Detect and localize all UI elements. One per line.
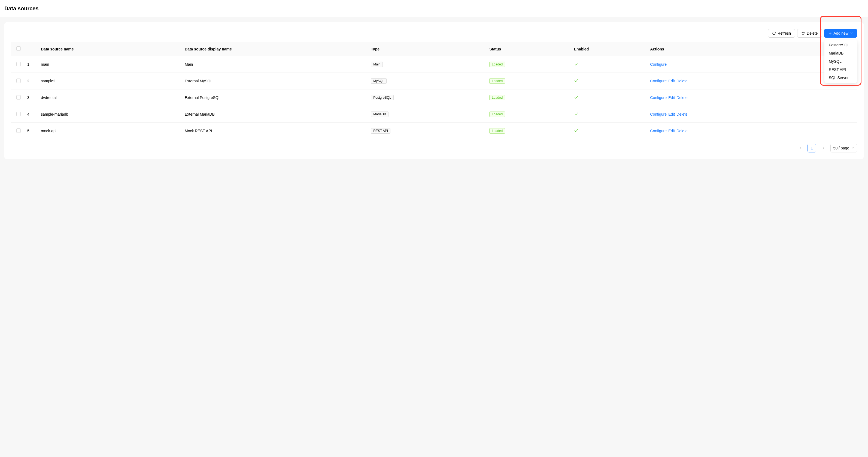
row-display-name: Main: [181, 56, 368, 73]
col-header-enabled: Enabled: [571, 42, 647, 56]
row-name: sample2: [38, 73, 181, 89]
dropdown-item-sql-server[interactable]: SQL Server: [826, 74, 856, 82]
pagination-prev[interactable]: [796, 144, 805, 152]
type-tag: MySQL: [371, 78, 386, 84]
refresh-button-label: Refresh: [778, 31, 791, 35]
pagination-next[interactable]: [819, 144, 828, 152]
row-checkbox[interactable]: [17, 128, 21, 133]
check-icon: [574, 129, 579, 134]
row-actions: ConfigureEditDelete: [647, 106, 857, 123]
dropdown-item-postgresql[interactable]: PostgreSQL: [826, 41, 856, 49]
type-tag: Main: [371, 62, 383, 67]
dropdown-item-mysql[interactable]: MySQL: [826, 57, 856, 65]
row-display-name: External PostgreSQL: [181, 89, 368, 106]
pagination-size-select[interactable]: 50 / page: [830, 144, 857, 152]
pagination-size-label: 50 / page: [833, 146, 849, 150]
table-row: 3dvdrentalExternal PostgreSQLPostgreSQLL…: [11, 89, 857, 106]
type-tag: REST API: [371, 128, 391, 134]
row-index: 1: [24, 56, 38, 73]
status-badge: Loaded: [489, 62, 505, 67]
row-index: 2: [24, 73, 38, 89]
action-edit[interactable]: Edit: [668, 129, 675, 133]
row-display-name: External MySQL: [181, 73, 368, 89]
col-header-status: Status: [486, 42, 571, 56]
pagination-page-1[interactable]: 1: [808, 144, 816, 152]
data-sources-table: Data source name Data source display nam…: [11, 42, 857, 139]
col-header-name: Data source name: [38, 42, 181, 56]
check-icon: [574, 96, 579, 101]
action-configure[interactable]: Configure: [650, 95, 666, 100]
action-edit[interactable]: Edit: [668, 79, 675, 83]
reload-icon: [772, 31, 776, 35]
row-checkbox[interactable]: [17, 62, 21, 66]
action-configure[interactable]: Configure: [650, 112, 666, 116]
table-row: 5mock-apiMock REST APIREST APILoadedConf…: [11, 123, 857, 139]
add-new-button[interactable]: Add new: [824, 29, 857, 38]
row-name: dvdrental: [38, 89, 181, 106]
row-checkbox[interactable]: [17, 112, 21, 116]
action-edit[interactable]: Edit: [668, 112, 675, 116]
pagination: 1 50 / page: [11, 144, 857, 152]
action-configure[interactable]: Configure: [650, 129, 666, 133]
col-header-type: Type: [368, 42, 486, 56]
check-icon: [574, 79, 579, 84]
row-index: 4: [24, 106, 38, 123]
delete-button-label: Delete: [807, 31, 817, 35]
row-checkbox[interactable]: [17, 95, 21, 99]
page-title: Data sources: [4, 5, 864, 12]
add-new-dropdown: PostgreSQLMariaDBMySQLREST APISQL Server: [825, 40, 857, 83]
status-badge: Loaded: [489, 112, 505, 117]
row-name: main: [38, 56, 181, 73]
table-row: 1mainMainMainLoadedConfigure: [11, 56, 857, 73]
row-name: sample-mariadb: [38, 106, 181, 123]
check-icon: [574, 63, 579, 67]
select-all-checkbox[interactable]: [17, 46, 21, 51]
row-index: 5: [24, 123, 38, 139]
action-configure[interactable]: Configure: [650, 79, 666, 83]
action-delete[interactable]: Delete: [677, 95, 687, 100]
table-row: 2sample2External MySQLMySQLLoadedConfigu…: [11, 73, 857, 89]
row-display-name: Mock REST API: [181, 123, 368, 139]
toolbar: Refresh Delete Add new Postgr: [11, 29, 857, 38]
col-header-display: Data source display name: [181, 42, 368, 56]
row-actions: ConfigureEditDelete: [647, 89, 857, 106]
type-tag: PostgreSQL: [371, 95, 394, 101]
check-icon: [574, 113, 579, 117]
dropdown-item-rest-api[interactable]: REST API: [826, 65, 856, 74]
chevron-down-icon: [851, 146, 854, 150]
row-actions: ConfigureEditDelete: [647, 123, 857, 139]
action-delete[interactable]: Delete: [677, 129, 687, 133]
table-row: 4sample-mariadbExternal MariaDBMariaDBLo…: [11, 106, 857, 123]
action-edit[interactable]: Edit: [668, 95, 675, 100]
delete-button[interactable]: Delete: [797, 29, 822, 38]
chevron-down-icon: [850, 32, 853, 35]
data-sources-card: Refresh Delete Add new Postgr: [4, 22, 864, 159]
refresh-button[interactable]: Refresh: [768, 29, 795, 38]
dropdown-item-mariadb[interactable]: MariaDB: [826, 49, 856, 57]
action-delete[interactable]: Delete: [677, 79, 687, 83]
plus-icon: [828, 31, 832, 35]
status-badge: Loaded: [489, 78, 505, 84]
row-checkbox[interactable]: [17, 79, 21, 83]
row-name: mock-api: [38, 123, 181, 139]
row-display-name: External MariaDB: [181, 106, 368, 123]
add-new-button-label: Add new: [834, 31, 848, 35]
status-badge: Loaded: [489, 128, 505, 134]
action-configure[interactable]: Configure: [650, 62, 666, 66]
action-delete[interactable]: Delete: [677, 112, 687, 116]
status-badge: Loaded: [489, 95, 505, 101]
trash-icon: [801, 31, 805, 35]
type-tag: MariaDB: [371, 112, 389, 117]
row-index: 3: [24, 89, 38, 106]
